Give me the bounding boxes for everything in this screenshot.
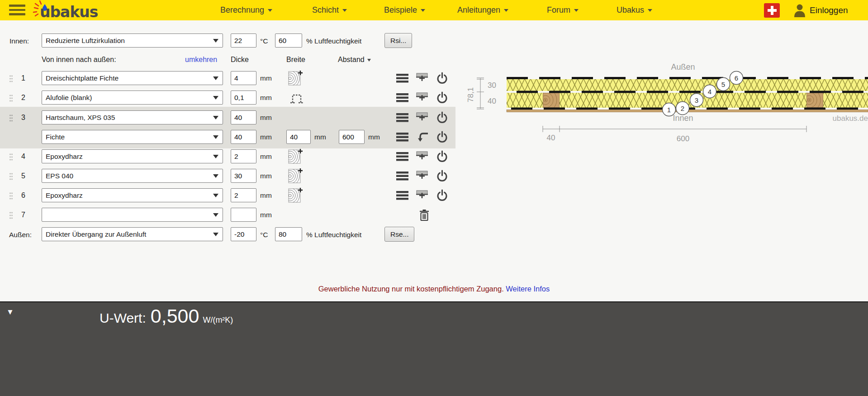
nav-anleitungen[interactable]: Anleitungen [457,5,508,15]
add-grain-icon[interactable] [288,187,303,205]
material-select[interactable]: Alufolie (blank) [42,91,223,105]
material-select[interactable]: Epoxydharz [42,188,223,202]
aussen-temp-input[interactable] [231,227,256,241]
drag-handle-icon[interactable] [9,94,13,104]
add-layer-icon[interactable] [416,170,428,184]
unit-mm: mm [260,191,272,200]
select-arrow-icon [213,39,218,43]
thickness-input[interactable] [231,188,256,202]
thickness-input[interactable] [231,71,256,85]
unit-mm: mm [260,114,272,122]
drag-handle-icon[interactable] [9,114,13,124]
undo-icon[interactable] [416,131,429,145]
drag-handle-icon[interactable] [9,211,13,221]
unit-mm: mm [314,133,326,141]
select-arrow-icon [213,194,218,197]
dim-spacing-label: 600 [677,134,689,143]
thickness-input[interactable] [231,149,256,163]
layer-menu-icon[interactable] [396,172,408,182]
power-icon[interactable] [436,91,448,106]
collapse-toggle-icon[interactable]: ▼ [6,308,14,317]
col-breite: Breite [286,56,305,64]
membrane-profile-icon[interactable] [289,91,304,106]
stud-thickness-input[interactable] [231,130,256,144]
thickness-input[interactable] [231,208,256,222]
chevron-down-icon [421,9,425,12]
nav-schicht[interactable]: Schicht [312,5,347,15]
u-value: 0,500 [151,305,199,327]
power-icon[interactable] [436,111,448,126]
power-icon[interactable] [436,170,448,184]
weitere-infos-link[interactable]: Weitere Infos [506,285,550,293]
material-select[interactable]: Dreischichtplatte Fichte [42,71,223,85]
dim-stud-label: 40 [547,134,555,142]
select-arrow-icon [213,76,218,80]
unit-mm: mm [260,172,272,180]
aussen-select[interactable]: Direkter Übergang zur Außenluft [42,227,223,241]
drag-handle-icon[interactable] [9,75,13,85]
col-abstand[interactable]: Abstand [338,56,371,64]
aussen-temp-unit: °C [260,231,268,239]
swiss-flag-icon[interactable] [764,3,780,18]
add-layer-icon[interactable] [416,112,428,125]
layer-number: 1 [21,74,25,82]
innen-select[interactable]: Reduzierte Luftzirkulation [42,33,223,48]
innen-humidity-input[interactable] [275,33,302,48]
stud-width-input[interactable] [286,130,311,144]
material-select[interactable]: Epoxydharz [42,149,223,163]
rse-button[interactable]: Rse... [384,227,414,242]
drag-handle-icon[interactable] [9,172,13,182]
power-icon[interactable] [436,131,448,145]
ubakus-app: ubakus Berechnung Schicht Beispiele Anle… [0,0,868,396]
thickness-input[interactable] [231,91,256,105]
layer-menu-icon[interactable] [396,74,408,85]
dimension-bottom [543,126,806,132]
power-icon[interactable] [436,189,448,204]
material-select[interactable]: Hartschaum, XPS 035 [42,110,223,124]
nav-berechnung[interactable]: Berechnung [220,5,272,15]
add-layer-icon[interactable] [416,151,428,164]
layer-eps [507,79,868,91]
nav-beispiele[interactable]: Beispiele [384,5,425,15]
nav-ubakus[interactable]: Ubakus [617,5,652,15]
dim-upper-label: 30 [488,81,496,90]
unit-mm: mm [260,133,272,141]
rsi-button[interactable]: Rsi... [384,33,412,48]
add-layer-icon[interactable] [416,92,428,105]
power-icon[interactable] [436,150,448,165]
unit-mm: mm [260,74,272,82]
add-layer-icon[interactable] [416,72,428,86]
stud-material-select[interactable]: Fichte [42,130,223,144]
drag-handle-icon[interactable] [9,153,13,163]
layer-menu-icon[interactable] [396,93,408,104]
thickness-input[interactable] [231,110,256,124]
innen-humidity-label: % Luftfeuchtigkeit [306,37,361,45]
add-grain-icon[interactable] [288,70,303,88]
material-select[interactable]: EPS 040 [42,169,223,183]
brand-logo[interactable]: ubakus [31,0,117,20]
reverse-link[interactable]: umkehren [185,56,217,64]
drag-handle-icon[interactable] [9,192,13,202]
chevron-down-icon [574,9,579,12]
nav-forum[interactable]: Forum [547,5,579,15]
svg-text:1: 1 [667,106,671,114]
thickness-input[interactable] [231,169,256,183]
unit-mm: mm [368,133,380,141]
layer-menu-icon[interactable] [396,113,408,124]
aussen-humidity-input[interactable] [275,227,302,241]
material-select[interactable] [42,208,223,222]
innen-temp-input[interactable] [231,33,256,48]
menu-icon[interactable] [9,5,25,16]
login-button[interactable]: Einloggen [793,3,848,18]
svg-text:2: 2 [681,105,684,112]
layer-menu-icon[interactable] [396,133,408,143]
power-icon[interactable] [436,72,448,86]
delete-layer-icon[interactable] [419,209,430,223]
stud-spacing-input[interactable] [339,130,365,144]
layer-menu-icon[interactable] [396,191,408,202]
select-arrow-icon [213,135,218,139]
add-grain-icon[interactable] [288,168,303,186]
add-layer-icon[interactable] [416,190,428,203]
layer-menu-icon[interactable] [396,152,408,163]
add-grain-icon[interactable] [288,148,303,166]
